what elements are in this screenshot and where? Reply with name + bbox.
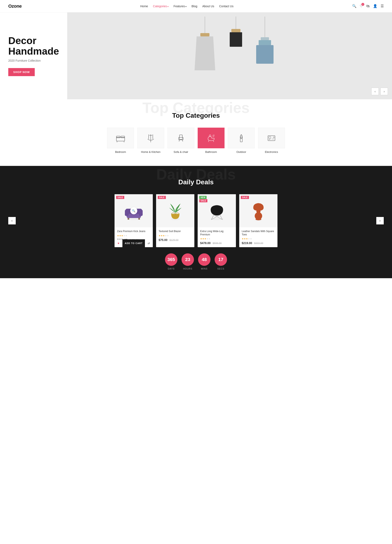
nav-categories[interactable]: Categories [153,5,169,8]
hero-text-area: DecorHandmade 2020 Furniture Collection … [0,12,67,99]
wishlist-count: 2 [361,3,364,6]
product-image-1: SALE 🔍 [115,194,153,227]
categories-title: Top Categories [8,112,384,119]
countdown-days: 365 DAYS [165,253,177,270]
kitchen-icon [146,133,156,143]
hero-subtitle: 2020 Furniture Collection [8,59,59,62]
product-price-3: $478.00 $596.00 [200,241,234,245]
deals-prev-button[interactable]: ‹ [8,217,16,225]
nav-links: Home Categories Features Blog About Us C… [140,4,234,8]
outdoor-icon [236,133,246,143]
svg-rect-40 [139,210,143,216]
countdown-days-label: DAYS [168,267,175,270]
sofa-icon [176,133,186,143]
countdown-row: 365 DAYS 23 HOURS 48 MINS 17 SECS [8,253,384,270]
countdown-mins-label: MINS [201,267,208,270]
deals-title: Daily Deals [8,178,384,186]
countdown-hours-label: HOURS [183,267,193,270]
product-image-4: SALE [239,194,277,227]
category-label-bedroom: Bedroom [115,150,126,154]
product-info-3: Extra Long Wide-Leg Premium ★★★★★ $478.0… [198,227,236,247]
product-badge-sale-2: SALE [158,196,166,199]
cart-button[interactable]: 🛍 [366,4,370,8]
svg-rect-20 [180,135,182,139]
search-button[interactable]: 🔍 [352,4,357,8]
countdown-secs-label: SECS [217,267,224,270]
hero-section: DecorHandmade 2020 Furniture Collection … [0,12,392,99]
hero-prev-button[interactable]: ‹ [371,88,379,95]
bathroom-icon [206,133,216,143]
nav-icons: 🔍 ♡ 2 🛍 👤 ☰ [352,4,384,8]
product-stars-2: ★★★★★ [158,234,192,237]
product-price-4: $219.00 $333.00 [242,241,275,245]
product-actions-1: ♥ ADD TO CART ⇄ [115,239,153,247]
svg-line-25 [208,141,209,142]
electronics-icon [266,133,277,143]
nav-contact[interactable]: Contact Us [219,5,234,8]
category-item-kitchen[interactable]: Home & Kitchen [137,128,164,154]
svg-rect-11 [116,136,120,138]
nav-about[interactable]: About Us [202,5,214,8]
menu-button[interactable]: ☰ [381,4,384,8]
countdown-days-value: 365 [165,253,177,266]
hero-arrows: ‹ › [371,88,388,95]
shop-now-button[interactable]: SHOP NOW [8,68,35,76]
product-name-1: Zara Premium Kick Jeans [117,230,150,233]
countdown-hours-value: 23 [181,253,194,266]
product-card-4: SALE Le [239,194,277,247]
category-item-electronics[interactable]: Electronics [258,128,285,154]
hero-title: DecorHandmade [8,35,59,56]
svg-rect-9 [256,45,274,64]
product-badge-sale-3: SALE [199,199,207,202]
category-box-sofa [167,128,194,148]
category-box-electronics [258,128,285,148]
products-row: SALE 🔍 ♥ ADD TO CART ⇄ [8,194,384,247]
nav-blog[interactable]: Blog [192,5,197,8]
product-card-2: SALE Textured Suit B [156,194,194,247]
category-label-sofa: Sofa & chair [174,150,188,154]
product-name-4: Leather Sandals With Square Toes [242,230,275,236]
nav-home[interactable]: Home [140,5,148,8]
svg-rect-39 [125,210,129,216]
wishlist-button[interactable]: ♡ 2 [360,4,363,8]
product-price-2: $75.00 $129.00 [158,238,192,242]
countdown-mins: 48 MINS [198,253,211,270]
daily-deals-section: Daily Deals Daily Deals ‹ SALE [0,166,392,278]
svg-rect-5 [230,32,242,47]
categories-grid: Bedroom Home & Kitchen [8,128,384,154]
product-stars-1: ★★★★★ [117,234,150,237]
navbar: Ozone Home Categories Features Blog Abou… [0,0,392,12]
svg-rect-29 [269,136,271,138]
hero-next-button[interactable]: › [380,88,388,95]
svg-point-24 [209,135,211,136]
product-compare-btn-1[interactable]: ⇄ [145,239,153,247]
product-image-3: NEW SALE [198,194,236,227]
product-info-2: Textured Suit Blazer ★★★★★ $75.00 $129.0… [156,227,194,244]
category-item-sofa[interactable]: Sofa & chair [167,128,194,154]
lamp-image [247,199,270,222]
product-badge-sale-4: SALE [241,196,249,199]
category-label-electronics: Electronics [265,150,278,154]
svg-point-34 [128,218,140,220]
brand-logo[interactable]: Ozone [8,4,22,9]
category-label-kitchen: Home & Kitchen [141,150,160,154]
category-item-bathroom[interactable]: Bathroom [198,128,225,154]
svg-rect-1 [200,33,210,36]
category-item-outdoor[interactable]: Outdoor [228,128,255,154]
product-search-overlay-1[interactable]: 🔍 [130,207,137,214]
svg-line-26 [213,141,214,142]
countdown-secs: 17 SECS [215,253,227,270]
user-button[interactable]: 👤 [373,4,377,8]
svg-point-30 [273,137,274,138]
category-item-bedroom[interactable]: Bedroom [107,128,134,154]
nav-features[interactable]: Features [174,5,187,8]
svg-rect-27 [240,139,242,142]
deals-next-button[interactable]: › [376,217,384,225]
category-label-outdoor: Outdoor [237,150,246,154]
svg-rect-4 [231,29,240,32]
svg-marker-2 [194,36,215,70]
product-wishlist-btn-1[interactable]: ♥ [115,239,123,247]
product-add-to-cart-btn-1[interactable]: ADD TO CART [123,239,145,247]
product-badge-new-3: NEW [199,196,206,199]
product-stars-4: ★★★★★ [242,237,275,240]
